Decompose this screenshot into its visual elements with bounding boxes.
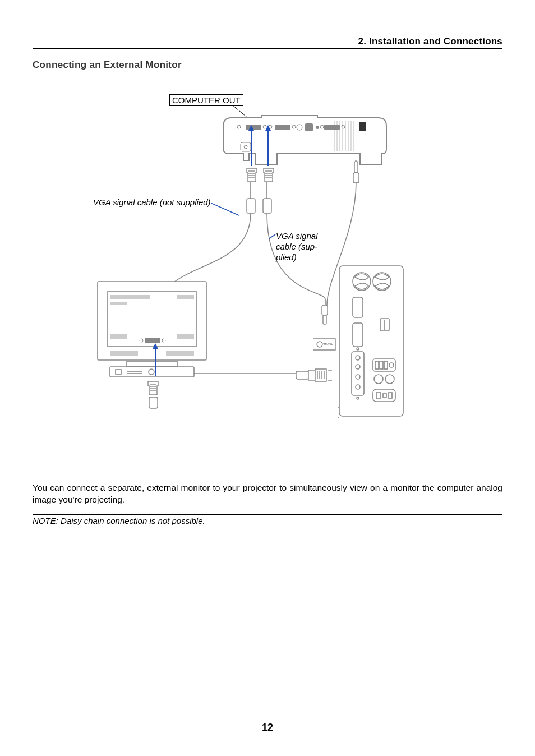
tiny-port-label: PHONE xyxy=(322,342,333,345)
svg-rect-50 xyxy=(110,295,150,299)
body-paragraph: You can connect a separate, external mon… xyxy=(33,482,502,506)
chapter-header: 2. Installation and Connections xyxy=(33,36,502,49)
svg-rect-53 xyxy=(110,334,127,339)
svg-rect-71 xyxy=(353,323,363,347)
svg-point-76 xyxy=(356,385,360,389)
svg-point-74 xyxy=(356,365,360,369)
desktop-tower-icon xyxy=(338,265,405,422)
section-heading: Connecting an External Monitor xyxy=(33,59,502,71)
connection-diagram: COMPUTER OUT xyxy=(33,87,502,452)
svg-rect-96 xyxy=(308,370,315,380)
svg-rect-55 xyxy=(110,351,138,356)
arrow-icon xyxy=(151,342,159,379)
svg-rect-95 xyxy=(296,371,308,379)
svg-rect-51 xyxy=(110,302,127,305)
svg-rect-84 xyxy=(384,361,388,369)
svg-rect-70 xyxy=(353,297,363,317)
callout-vga-not-supplied: VGA signal cable (not supplied) xyxy=(93,197,211,208)
svg-point-85 xyxy=(389,363,394,367)
svg-point-73 xyxy=(356,356,360,360)
svg-point-86 xyxy=(374,375,383,384)
note-block: NOTE: Daisy chain connection is not poss… xyxy=(33,514,502,527)
note-text: NOTE: Daisy chain connection is not poss… xyxy=(33,516,205,525)
leader-line-icon xyxy=(211,203,243,219)
svg-point-75 xyxy=(356,375,360,379)
svg-rect-54 xyxy=(177,334,194,339)
chapter-title: 2. Installation and Connections xyxy=(358,36,502,47)
svg-rect-93 xyxy=(323,315,326,324)
manual-page: 2. Installation and Connections Connecti… xyxy=(0,0,535,756)
callout-vga-supplied: VGA signal cable (sup- plied) xyxy=(276,231,326,262)
svg-rect-91 xyxy=(389,393,392,398)
svg-point-87 xyxy=(385,375,394,384)
svg-rect-92 xyxy=(322,305,328,315)
svg-marker-66 xyxy=(153,343,158,349)
svg-rect-83 xyxy=(380,361,383,369)
svg-point-80 xyxy=(357,397,359,399)
svg-rect-64 xyxy=(149,397,158,408)
svg-line-40 xyxy=(211,203,239,215)
svg-rect-89 xyxy=(376,393,381,398)
svg-rect-56 xyxy=(166,351,194,356)
svg-rect-46 xyxy=(116,370,121,374)
svg-rect-52 xyxy=(177,295,194,299)
page-number: 12 xyxy=(0,722,535,734)
svg-point-79 xyxy=(357,348,359,350)
vga-plug-icon xyxy=(295,367,334,384)
svg-rect-90 xyxy=(383,394,386,397)
svg-line-41 xyxy=(269,234,275,239)
svg-rect-82 xyxy=(375,361,379,369)
